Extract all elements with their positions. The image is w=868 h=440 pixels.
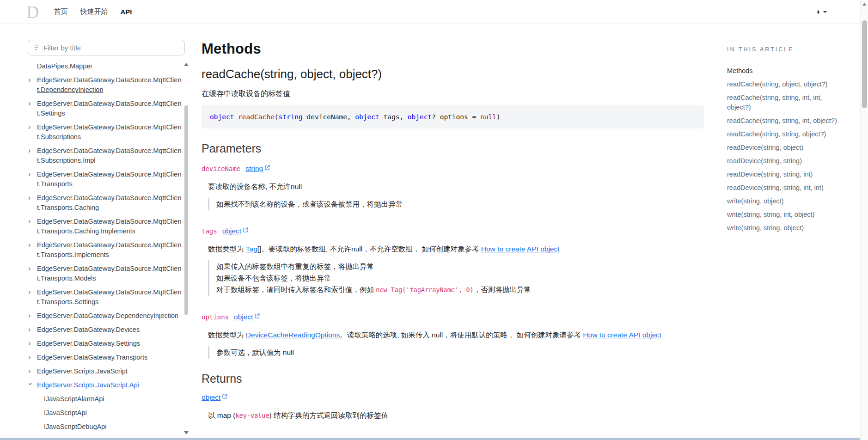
sidebar-tree-item[interactable]: IJavaScriptAlarmApi: [28, 394, 183, 404]
sidebar-tree-item[interactable]: EdgeServer.DataGateway.DataSource.MqttCl…: [28, 170, 183, 189]
inline-code: new Tag('tagArrayName', 0): [376, 286, 473, 293]
sidebar-tree-item[interactable]: EdgeServer.DataGateway.DataSource.MqttCl…: [28, 217, 183, 236]
chevron-right-icon[interactable]: [28, 240, 34, 250]
sidebar-tree-item[interactable]: EdgeServer.DataGateway.Transports: [28, 353, 183, 362]
method-heading: readCache(string, object, object?): [202, 67, 704, 81]
sidebar-tree-item[interactable]: EdgeServer.DataGateway.Settings: [28, 339, 183, 348]
chevron-right-icon[interactable]: [28, 287, 34, 297]
nav-link[interactable]: 首页: [54, 7, 67, 16]
toc-item[interactable]: readDevice(string, string, int, int): [727, 183, 844, 193]
toc-item[interactable]: readCache(string, string, object?): [727, 129, 844, 139]
sidebar-tree-item[interactable]: EdgeServer.DataGateway.DataSource.MqttCl…: [28, 122, 183, 142]
param-note: 如果传入的标签数组中有重复的标签，将抛出异常如果设备不包含该标签，将抛出异常对于…: [208, 260, 704, 296]
site-logo[interactable]: D: [26, 3, 39, 21]
inline-link[interactable]: Tag: [246, 245, 257, 253]
nav-link[interactable]: API: [120, 8, 132, 16]
sidebar-tree-item[interactable]: EdgeServer.DataGateway.DataSource.MqttCl…: [28, 264, 183, 283]
param-name: tags: [202, 227, 217, 235]
toc-item[interactable]: readCache(string, object, object?): [727, 79, 844, 89]
browser-scrollbar[interactable]: [860, 0, 868, 440]
sidebar-tree-item[interactable]: EdgeServer.DataGateway.DataSource.MqttCl…: [28, 146, 183, 165]
chevron-right-icon[interactable]: [28, 75, 34, 85]
theme-icon[interactable]: ◑: [815, 8, 820, 16]
scroll-up-icon[interactable]: [862, 3, 866, 6]
article: Methods readCache(string, object, object…: [202, 24, 704, 421]
param-description: 数据类型为 DeviceCacheReadingOptions。读取策略的选项,…: [208, 330, 684, 341]
sidebar-scrollbar[interactable]: [183, 59, 189, 438]
toc: IN THIS ARTICLE MethodsreadCache(string,…: [727, 46, 844, 233]
toc-item[interactable]: readDevice(string, string, int): [727, 170, 844, 179]
chevron-right-icon[interactable]: [28, 170, 34, 179]
filter-input[interactable]: [43, 44, 179, 52]
code-declaration: object readCache(string deviceName, obje…: [210, 113, 501, 121]
sidebar-scrollbar-thumb[interactable]: [184, 105, 188, 315]
sidebar-tree-item[interactable]: IJavaScriptDebugApi: [28, 422, 183, 432]
toc-item[interactable]: write(string, object): [727, 196, 844, 206]
code-block: object readCache(string deviceName, obje…: [202, 105, 704, 128]
browser-scrollbar-thumb[interactable]: [862, 20, 867, 108]
type-link[interactable]: string: [245, 165, 270, 173]
chevron-right-icon[interactable]: [28, 99, 34, 108]
toc-item[interactable]: readDevice(string, object): [727, 143, 844, 153]
chevron-right-icon[interactable]: [28, 311, 34, 320]
chevron-right-icon[interactable]: [28, 367, 34, 376]
toc-item[interactable]: readDevice(string, string): [727, 156, 844, 166]
filter-box: [28, 40, 185, 55]
chevron-right-icon[interactable]: [28, 264, 34, 273]
sidebar-tree-item[interactable]: EdgeServer.DataGateway.DependencyInjecti…: [28, 311, 183, 321]
sidebar-tree-item[interactable]: EdgeServer.DataGateway.DataSource.MqttCl…: [28, 75, 183, 95]
toc-item[interactable]: write(string, string, object): [727, 223, 844, 233]
sidebar-tree-item[interactable]: DataPipes.Mapper: [28, 61, 183, 71]
external-link-icon: [243, 227, 248, 232]
external-link-icon: [255, 313, 260, 318]
sidebar-tree-item[interactable]: EdgeServer.DataGateway.DataSource.MqttCl…: [28, 99, 183, 118]
nav-links: 首页快速开始API: [54, 7, 132, 16]
sidebar-tree-item[interactable]: EdgeServer.Scripts.JavaScript.Api: [28, 380, 183, 390]
chevron-right-icon[interactable]: [28, 217, 34, 226]
inline-link[interactable]: How to create API object: [481, 245, 560, 253]
sidebar-tree-item[interactable]: EdgeServer.Scripts.JavaScript: [28, 367, 183, 376]
toc-item[interactable]: readCache(string, string, int, int, obje…: [727, 93, 844, 112]
chevron-right-icon[interactable]: [28, 193, 34, 202]
param-name: deviceName: [202, 165, 240, 172]
bottom-band: [0, 438, 860, 440]
parameters-heading: Parameters: [202, 142, 704, 155]
type-link[interactable]: object: [234, 313, 260, 321]
chevron-down-icon[interactable]: [26, 383, 35, 389]
toc-item[interactable]: write(string, string, int, object): [727, 210, 844, 220]
type-link[interactable]: object: [222, 227, 248, 235]
param-devicename: deviceName string: [202, 165, 704, 173]
nav-link[interactable]: 快速开始: [80, 7, 108, 16]
external-link-icon: [222, 394, 227, 399]
inline-link[interactable]: How to create API object: [583, 331, 661, 339]
param-description: 要读取的设备名称, 不允许null: [208, 181, 684, 192]
sidebar-tree-item[interactable]: EdgeServer.DataGateway.DataSource.MqttCl…: [28, 287, 183, 307]
theme-toggle[interactable]: ◑: [815, 8, 827, 16]
toc-item[interactable]: Methods: [727, 66, 844, 76]
note-line: 对于数组标签，请同时传入标签名和索引值，例如 new Tag('tagArray…: [216, 284, 704, 296]
scroll-down-icon[interactable]: [184, 431, 189, 434]
toc-list: MethodsreadCache(string, object, object?…: [727, 66, 844, 233]
chevron-right-icon[interactable]: [28, 325, 34, 334]
toc-item[interactable]: readCache(string, string, int, object?): [727, 116, 844, 126]
sidebar-tree: DataPipes.Mapper EdgeServer.DataGateway.…: [28, 61, 183, 440]
sidebar-tree-item[interactable]: EdgeServer.DataGateway.DataSource.MqttCl…: [28, 240, 183, 260]
type-link[interactable]: object: [202, 393, 227, 402]
note-line: 如果设备不包含该标签，将抛出异常: [216, 272, 704, 284]
chevron-right-icon[interactable]: [28, 122, 34, 132]
param-options: options object: [202, 313, 704, 321]
filter-icon: [33, 45, 39, 50]
toc-heading: IN THIS ARTICLE: [727, 46, 794, 57]
scroll-up-icon[interactable]: [184, 63, 189, 66]
chevron-right-icon[interactable]: [28, 353, 34, 362]
sidebar-tree-item[interactable]: IJavaScriptApi: [28, 408, 183, 418]
sidebar-tree-item[interactable]: EdgeServer.DataGateway.DataSource.MqttCl…: [28, 193, 183, 213]
sidebar-tree-item[interactable]: EdgeServer.DataGateway.Devices: [28, 325, 183, 335]
page-title: Methods: [202, 41, 704, 57]
top-nav: D 首页快速开始API ◑: [0, 0, 860, 24]
method-summary: 在缓存中读取设备的标签值: [202, 89, 704, 99]
chevron-right-icon[interactable]: [28, 339, 34, 348]
chevron-right-icon[interactable]: [28, 146, 34, 155]
inline-link[interactable]: DeviceCacheReadingOptions: [246, 331, 340, 339]
external-link-icon: [265, 165, 270, 170]
